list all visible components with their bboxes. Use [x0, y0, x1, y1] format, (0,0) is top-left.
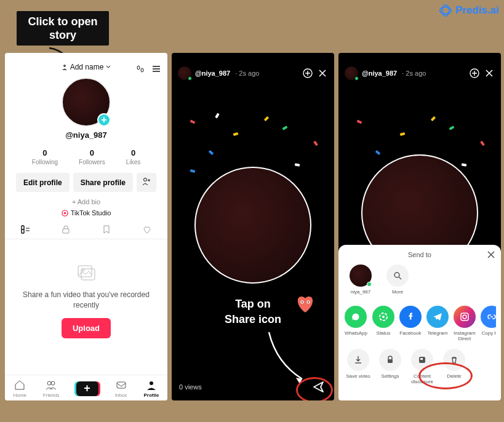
search-icon [393, 271, 402, 281]
story-content [194, 167, 311, 284]
lock-icon [385, 355, 395, 365]
phone-story-share: @niya_987 · 2s ago Tap on Share icon 0 v… [172, 53, 334, 400]
add-story-icon[interactable] [469, 68, 480, 79]
nav-profile[interactable]: Profile [144, 379, 159, 398]
action-settings[interactable]: Settings [377, 349, 404, 384]
add-name-button[interactable]: Add name [62, 63, 111, 71]
svg-point-10 [82, 269, 84, 271]
facebook-icon [405, 311, 416, 322]
upload-button[interactable]: Upload [62, 318, 111, 338]
nav-inbox[interactable]: Inbox [115, 379, 127, 398]
profile-icon [145, 379, 158, 391]
add-avatar-icon[interactable]: + [97, 113, 111, 127]
stat-followers[interactable]: 0Followers [79, 148, 105, 165]
add-story-icon[interactable] [302, 68, 313, 79]
tab-saved-icon[interactable] [101, 224, 112, 235]
svg-rect-9 [78, 266, 92, 277]
share-facebook[interactable]: Facebook [399, 306, 422, 341]
svg-point-5 [144, 178, 147, 181]
empty-image-icon [76, 261, 97, 282]
person-icon [62, 64, 68, 70]
inbox-icon [115, 379, 127, 391]
empty-message: Share a fun video that you've recorded r… [14, 290, 159, 311]
svg-point-15 [150, 381, 153, 385]
svg-rect-27 [388, 359, 393, 363]
footsteps-icon[interactable] [135, 64, 145, 74]
telegram-icon [432, 311, 443, 322]
story-timestamp: · 2s ago [235, 70, 259, 77]
link-icon [486, 311, 496, 322]
svg-point-0 [440, 7, 451, 14]
svg-point-26 [463, 315, 466, 319]
svg-point-2 [63, 65, 66, 67]
online-dot-icon [188, 76, 192, 81]
studio-icon [62, 210, 68, 217]
story-username: @niya_987 [362, 70, 397, 77]
share-contact[interactable]: niya_987 [346, 265, 375, 295]
chevron-down-icon [106, 65, 111, 70]
add-bio-button[interactable]: + Add bio [5, 198, 167, 205]
tab-liked-icon[interactable] [142, 224, 153, 235]
tab-feed-icon[interactable] [20, 224, 31, 235]
share-copylink[interactable]: Copy link [481, 306, 496, 341]
action-save-video[interactable]: Save video [345, 349, 372, 384]
share-telegram[interactable]: Telegram [426, 306, 449, 341]
add-person-icon [142, 177, 151, 186]
online-dot-icon [354, 76, 359, 81]
share-status[interactable]: Status [372, 306, 394, 341]
phone-profile: Add name + @niya_987 0Following 0Followe… [5, 53, 167, 400]
friends-icon [45, 379, 57, 391]
tiktok-studio-link[interactable]: TikTok Studio [5, 209, 167, 217]
svg-point-22 [394, 273, 399, 277]
sheet-close-icon[interactable] [486, 250, 496, 260]
svg-point-24 [382, 316, 385, 318]
contact-avatar-icon [350, 265, 372, 287]
brand-logo: Predis.ai [439, 4, 499, 17]
svg-point-13 [51, 381, 55, 385]
home-icon [14, 379, 26, 391]
nav-friends[interactable]: Friends [43, 379, 60, 398]
share-profile-button[interactable]: Share profile [73, 173, 133, 192]
instagram-icon [459, 311, 470, 322]
story-avatar[interactable] [345, 66, 358, 80]
edit-profile-button[interactable]: Edit profile [16, 173, 70, 192]
annotation-circle-share [296, 377, 333, 400]
svg-rect-11 [81, 269, 95, 280]
story-views: 0 views [179, 383, 202, 391]
svg-rect-29 [420, 358, 423, 360]
tab-private-icon[interactable] [60, 224, 71, 235]
profile-avatar[interactable]: + [62, 78, 111, 127]
story-avatar[interactable] [178, 66, 191, 80]
callout-tap-share: Tap on Share icon [172, 297, 334, 327]
story-username: @niya_987 [195, 70, 230, 77]
stat-following[interactable]: 0Following [32, 148, 58, 165]
menu-icon[interactable] [151, 64, 161, 74]
svg-point-12 [47, 381, 51, 385]
nav-create-button[interactable]: + [76, 381, 98, 396]
svg-rect-25 [461, 313, 468, 320]
callout-open-story: Click to open story [17, 11, 109, 46]
svg-rect-8 [63, 229, 69, 233]
svg-point-3 [137, 66, 140, 70]
username: @niya_987 [5, 130, 167, 140]
share-whatsapp[interactable]: WhatsApp [345, 306, 367, 341]
phone-story-delete: @niya_987 · 2s ago Send to niya_987 [338, 53, 501, 400]
sheet-title: Send to [343, 251, 496, 258]
stat-likes[interactable]: 0Likes [126, 148, 140, 165]
close-story-icon[interactable] [317, 68, 328, 79]
whatsapp-icon [350, 311, 361, 322]
download-icon [353, 355, 363, 365]
svg-point-7 [63, 212, 66, 214]
share-sheet: Send to niya_987 More WhatsApp Status Fa… [338, 245, 501, 400]
story-timestamp: · 2s ago [402, 70, 426, 77]
nav-home[interactable]: Home [14, 379, 26, 398]
share-instagram[interactable]: Instagram Direct [454, 306, 476, 341]
share-more[interactable]: More [383, 265, 412, 295]
close-story-icon[interactable] [484, 68, 495, 79]
annotation-circle-delete [418, 362, 473, 389]
svg-rect-14 [117, 382, 126, 388]
status-icon [378, 311, 389, 322]
profile-stats: 0Following 0Followers 0Likes [5, 148, 167, 165]
disclosure-icon [417, 355, 427, 365]
add-friends-button[interactable] [137, 173, 156, 192]
